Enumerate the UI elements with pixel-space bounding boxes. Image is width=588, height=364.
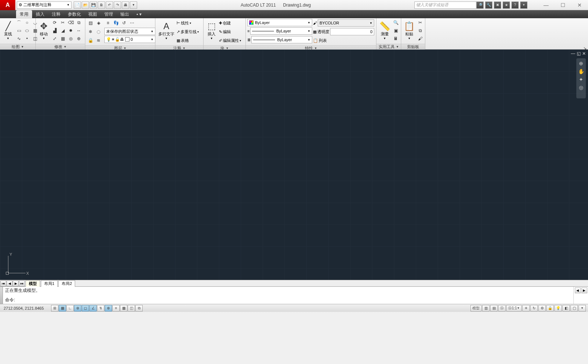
sc-toggle[interactable]: ⧉ xyxy=(135,305,143,312)
qat-new[interactable]: 📄 xyxy=(74,1,81,9)
tab-parametric[interactable]: 参数化 xyxy=(64,10,85,19)
pan-icon[interactable]: ✋ xyxy=(578,69,584,74)
command-line[interactable]: 正在重生成模型。 命令: ◀▶ xyxy=(0,286,588,304)
array-icon[interactable]: ▦ xyxy=(59,35,66,42)
layeroff-icon[interactable]: ◌ xyxy=(95,28,102,35)
annovis-toggle[interactable]: ✳ xyxy=(522,305,530,312)
layeriso-icon[interactable]: ◈ xyxy=(95,19,102,27)
ducs-toggle[interactable]: ↯ xyxy=(97,305,104,312)
mirror-icon[interactable]: ▟ xyxy=(51,27,58,34)
clean-screen[interactable]: ▢ xyxy=(570,305,578,312)
ellipse-icon[interactable]: ⬭ xyxy=(23,27,31,34)
layermore-icon[interactable]: ⋯ xyxy=(128,19,136,27)
matchprop-icon[interactable]: 🖌 xyxy=(417,35,424,42)
move-button[interactable]: ✥ 移动 ▼ xyxy=(37,19,50,43)
point-icon[interactable]: • xyxy=(23,35,31,42)
tab-output[interactable]: 输出 xyxy=(117,10,133,19)
layerwalk-icon[interactable]: 👣 xyxy=(112,19,120,27)
help-dropdown[interactable]: ▼ xyxy=(520,1,527,9)
qat-undo[interactable]: ↶ xyxy=(106,1,113,9)
qp-toggle[interactable]: ◫ xyxy=(128,305,135,312)
linetype-combo[interactable]: ByLayer▼ xyxy=(251,36,312,43)
scale-icon[interactable]: ⤢ xyxy=(51,35,58,42)
layerstate-icon[interactable]: ≡ xyxy=(104,19,112,27)
layout-tab-layout1[interactable]: 布局1 xyxy=(41,280,58,287)
line-button[interactable]: ╱ 直线 ▼ xyxy=(1,19,15,43)
drawing-canvas[interactable]: — ◱ ✕ ⊕ ✋ ✦ ◎ Y X xyxy=(0,50,588,280)
osnap-toggle[interactable]: ◻ xyxy=(82,305,89,312)
zoom-extents-icon[interactable]: ⊕ xyxy=(579,60,583,66)
tab-insert[interactable]: 插入 xyxy=(32,10,48,19)
block-edit-button[interactable]: ✎ 编辑 xyxy=(219,28,241,36)
qat-print[interactable]: 🖶 xyxy=(122,1,129,9)
block-create-button[interactable]: ✚ 创建 xyxy=(219,19,241,27)
doc-close[interactable]: ✕ xyxy=(582,51,586,56)
explode-icon[interactable]: ✸ xyxy=(67,27,74,34)
doc-minimize[interactable]: — xyxy=(571,51,575,56)
key-icon[interactable]: 🔧 xyxy=(485,1,492,9)
mtext-button[interactable]: A 多行文字 ▼ xyxy=(157,19,176,43)
paste-button[interactable]: 📋 粘贴 ▼ xyxy=(403,19,416,43)
rotate-icon[interactable]: ⟳ xyxy=(51,19,58,26)
annoscale-icon[interactable]: Ⓐ xyxy=(498,305,506,312)
status-tray-more[interactable]: ▼ xyxy=(579,305,586,312)
polyline-icon[interactable]: ⌒ xyxy=(15,19,23,26)
qat-more[interactable]: ▼ xyxy=(130,1,137,9)
insert-block-button[interactable]: ⬚ 插入 ▼ xyxy=(205,19,218,43)
mleader-button[interactable]: ↗ 多重引线 ▾ xyxy=(177,28,199,36)
otrack-toggle[interactable]: ∠ xyxy=(89,305,97,312)
tpy-toggle[interactable]: ▩ xyxy=(120,305,127,312)
erase-icon[interactable]: ⌫ xyxy=(67,19,74,26)
orbit-icon[interactable]: ✦ xyxy=(579,77,583,82)
quickselect-icon[interactable]: 🔍 xyxy=(392,19,399,26)
layout-tab-layout2[interactable]: 布局2 xyxy=(58,280,75,287)
plotstyle-combo[interactable]: BYCOLOR▼ xyxy=(318,19,374,27)
layer-state-combo[interactable]: 未保存的图层状态▼ xyxy=(104,28,155,35)
qat-save[interactable]: 💾 xyxy=(90,1,97,9)
tab-first[interactable]: ⏮ xyxy=(0,281,6,286)
circle-icon[interactable]: ○ xyxy=(23,19,31,26)
app-menu-button[interactable]: A xyxy=(0,0,15,10)
layerlock-icon[interactable]: 🔒 xyxy=(87,37,94,44)
stretch-icon[interactable]: ↔ xyxy=(75,27,82,34)
quickview-layouts[interactable]: ▥ xyxy=(482,305,490,312)
layerprev-icon[interactable]: ↺ xyxy=(120,19,128,27)
tab-next[interactable]: ▶ xyxy=(13,281,19,286)
spline-icon[interactable]: ∿ xyxy=(15,35,23,42)
tab-prev[interactable]: ◀ xyxy=(7,281,12,286)
dim-linear-button[interactable]: ⊢ 线性 ▾ xyxy=(177,19,199,27)
measure-button[interactable]: 📏 测量 ▼ xyxy=(378,19,391,43)
cmd-scroll-right[interactable]: ▶ xyxy=(581,287,587,293)
join-icon[interactable]: ⊕ xyxy=(75,35,82,42)
favorite-icon[interactable]: ★ xyxy=(503,1,510,9)
qat-open[interactable]: 📂 xyxy=(82,1,89,9)
window-minimize[interactable]: — xyxy=(538,0,554,10)
cmd-scroll-left[interactable]: ◀ xyxy=(575,287,581,293)
qat-redo[interactable]: ↷ xyxy=(114,1,121,9)
toolbar-lock[interactable]: 🔒 xyxy=(546,305,554,312)
hardware-accel[interactable]: 💡 xyxy=(554,305,562,312)
exchange-icon[interactable]: ✖ xyxy=(494,1,501,9)
help-icon[interactable]: ? xyxy=(511,1,519,9)
window-close[interactable]: ✕ xyxy=(571,0,588,10)
workspace-switch[interactable]: ⚙ xyxy=(538,305,546,312)
isolate-objects[interactable]: ◧ xyxy=(562,305,570,312)
tab-last[interactable]: ⏭ xyxy=(19,281,25,286)
lineweight-combo[interactable]: ByLayer▼ xyxy=(250,27,312,35)
navigation-bar[interactable]: ⊕ ✋ ✦ ◎ xyxy=(576,58,586,98)
selectall-icon[interactable]: ▣ xyxy=(392,27,399,34)
tab-extra[interactable]: ▪ ▾ xyxy=(133,11,145,18)
copy-clip-icon[interactable]: ⧉ xyxy=(417,27,424,34)
window-maximize[interactable]: ☐ xyxy=(554,0,571,10)
annoauto-toggle[interactable]: ↻ xyxy=(530,305,538,312)
tab-manage[interactable]: 管理 xyxy=(101,10,117,19)
workspace-dropdown[interactable]: ⚙ 二维草图与注释 ▼ xyxy=(17,1,71,9)
tab-home[interactable]: 常用 xyxy=(16,10,32,19)
copy-icon[interactable]: ⧉ xyxy=(75,19,82,26)
lwt-toggle[interactable]: ≡ xyxy=(112,305,120,312)
rect-icon[interactable]: ▭ xyxy=(15,27,23,34)
grid-toggle[interactable]: ▦ xyxy=(59,305,66,312)
command-handle[interactable] xyxy=(0,287,3,304)
transparency-input[interactable]: 0 xyxy=(330,28,374,35)
offset-icon[interactable]: ◎ xyxy=(67,35,74,42)
